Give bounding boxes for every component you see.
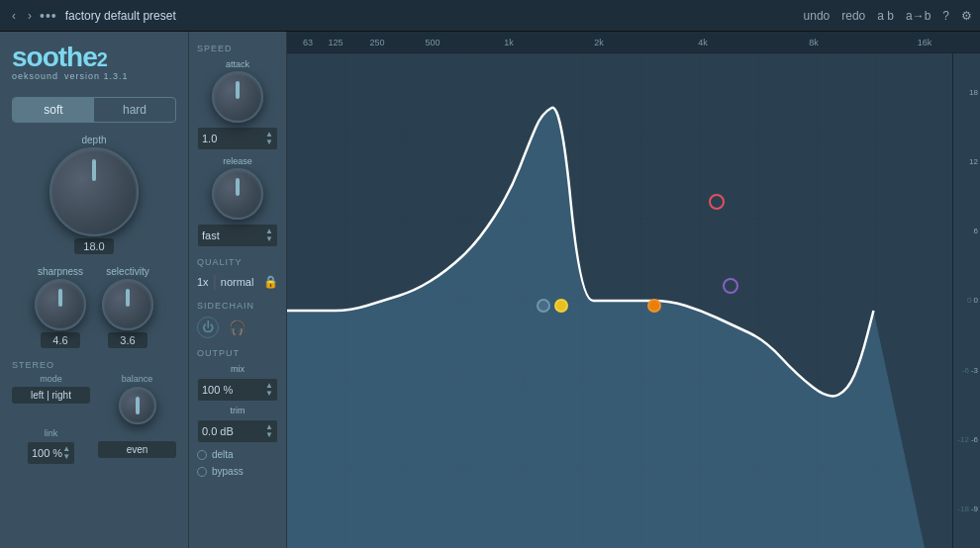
nav-prev-button[interactable]: ‹ <box>8 7 20 25</box>
db-val-light-4: -3 <box>971 366 978 375</box>
selectivity-knob[interactable] <box>102 279 153 330</box>
mix-value: 100 % <box>202 384 233 396</box>
depth-knob[interactable] <box>49 147 139 236</box>
stereo-mode-value[interactable]: left | right <box>12 387 90 404</box>
mix-label: mix <box>197 364 278 374</box>
link-arrows: ▲▼ <box>62 445 70 461</box>
lock-icon: 🔒 <box>263 275 278 289</box>
top-bar: ‹ › ••• factory default preset undo redo… <box>0 0 980 32</box>
link-spinbox[interactable]: 100 % ▲▼ <box>27 441 75 465</box>
attack-control: attack 1.0 ▲▼ <box>197 59 278 150</box>
trim-value: 0.0 dB <box>202 425 234 437</box>
mix-arrows: ▲▼ <box>265 382 273 398</box>
stereo-section: STEREO mode left | right balance link 10… <box>12 360 176 465</box>
ab-button[interactable]: a b <box>877 9 894 23</box>
help-button[interactable]: ? <box>942 9 949 23</box>
left-panel: soothe2 oeksound version 1.3.1 soft hard… <box>0 32 188 548</box>
db-val-dark-5: -12 <box>957 435 969 444</box>
eq-node-2[interactable] <box>554 299 568 313</box>
delta-label: delta <box>212 449 234 460</box>
link-value: 100 % <box>32 447 62 459</box>
eq-node-5[interactable] <box>709 194 725 210</box>
mid-panel: SPEED attack 1.0 ▲▼ release fast ▲▼ QUAL… <box>188 32 287 548</box>
sharpness-value: 4.6 <box>41 332 80 348</box>
db-val-light-0: 18 <box>969 88 978 97</box>
attack-knob[interactable] <box>212 71 263 123</box>
quality-sep: | <box>213 273 217 291</box>
soft-button[interactable]: soft <box>13 98 94 122</box>
attack-spinbox[interactable]: 1.0 ▲▼ <box>197 127 278 150</box>
freq-label-8k: 8k <box>809 38 819 47</box>
settings-button[interactable]: ⚙ <box>961 9 972 23</box>
delta-row[interactable]: delta <box>197 449 278 460</box>
db-label-pair-5: -12-6 <box>953 435 980 444</box>
trim-spinbox[interactable]: 0.0 dB ▲▼ <box>197 419 278 443</box>
stereo-link-col: link 100 % ▲▼ <box>12 428 90 465</box>
mix-spinbox[interactable]: 100 % ▲▼ <box>197 378 278 402</box>
db-label-pair-2: 6 <box>953 227 980 235</box>
db-val-light-6: -9 <box>971 504 978 513</box>
db-label-pair-6: -18-9 <box>953 504 980 513</box>
db-label-pair-1: 12 <box>953 157 980 166</box>
sidechain-headphones-button[interactable]: 🎧 <box>229 320 245 335</box>
nav-dots-button[interactable]: ••• <box>40 8 57 24</box>
bypass-row[interactable]: bypass <box>197 466 278 477</box>
balance-even-col: even <box>98 428 176 465</box>
db-label-pair-4: -6-3 <box>953 366 980 375</box>
stereo-balance-col: balance <box>98 374 176 424</box>
delta-radio[interactable] <box>197 450 207 460</box>
stereo-balance-label: balance <box>122 374 153 384</box>
sidechain-power-button[interactable]: ⏻ <box>197 317 219 338</box>
eq-canvas[interactable]: 1812600-6-3-12-6-18-9 <box>287 53 980 548</box>
trim-label: trim <box>197 406 278 415</box>
main-layout: soothe2 oeksound version 1.3.1 soft hard… <box>0 32 980 548</box>
freq-label-250: 250 <box>369 38 384 47</box>
nav-next-button[interactable]: › <box>24 7 36 25</box>
db-val-light-3: 0 <box>974 296 978 305</box>
quality-mode: normal <box>221 276 254 288</box>
sharpness-control: sharpness 4.6 <box>35 262 86 348</box>
eq-node-4[interactable] <box>723 278 738 294</box>
brand: soothe2 oeksound version 1.3.1 <box>12 44 176 81</box>
release-control: release fast ▲▼ <box>197 156 278 247</box>
nav-controls: ‹ › ••• <box>8 7 57 25</box>
freq-label-125: 125 <box>328 38 343 47</box>
db-val-dark-6: -18 <box>957 504 969 513</box>
undo-button[interactable]: undo <box>804 9 831 23</box>
redo-button[interactable]: redo <box>841 9 865 23</box>
preset-name: factory default preset <box>65 9 796 23</box>
eq-node-3[interactable] <box>647 299 661 313</box>
bypass-radio[interactable] <box>197 467 207 477</box>
stereo-mode-col: mode left | right <box>12 374 90 424</box>
hard-button[interactable]: hard <box>94 98 175 122</box>
quality-row: 1x | normal 🔒 <box>197 273 278 291</box>
balance-knob[interactable] <box>119 387 156 424</box>
eq-node-1[interactable] <box>537 299 550 313</box>
quality-section-label: QUALITY <box>197 257 278 267</box>
release-spinbox[interactable]: fast ▲▼ <box>197 224 278 247</box>
attack-arrows: ▲▼ <box>265 131 273 146</box>
depth-value: 18.0 <box>74 238 114 254</box>
db-val-light-2: 6 <box>974 227 978 235</box>
db-label-pair-0: 18 <box>953 88 980 97</box>
attack-value: 1.0 <box>202 133 217 144</box>
stereo-mode-label: mode <box>40 374 62 384</box>
sharpness-knob[interactable] <box>35 279 86 330</box>
db-val-light-1: 12 <box>969 157 978 166</box>
stereo-link-row: link 100 % ▲▼ even <box>12 428 176 465</box>
selectivity-label: selectivity <box>106 266 148 277</box>
release-knob[interactable] <box>212 168 263 220</box>
release-label: release <box>223 156 252 166</box>
atob-button[interactable]: a→b <box>906 9 931 23</box>
freq-label-500: 500 <box>425 38 440 47</box>
db-val-light-5: -6 <box>971 435 978 444</box>
db-labels: 1812600-6-3-12-6-18-9 <box>952 53 980 548</box>
depth-label: depth <box>81 135 106 145</box>
sidechain-section-label: SIDECHAIN <box>197 301 278 311</box>
balance-even-value[interactable]: even <box>98 441 176 458</box>
brand-name: soothe2 <box>12 44 176 71</box>
freq-label-4k: 4k <box>698 38 708 47</box>
db-val-dark-3: 0 <box>967 296 971 305</box>
depth-control: depth 18.0 <box>12 131 176 254</box>
bypass-label: bypass <box>212 466 244 477</box>
